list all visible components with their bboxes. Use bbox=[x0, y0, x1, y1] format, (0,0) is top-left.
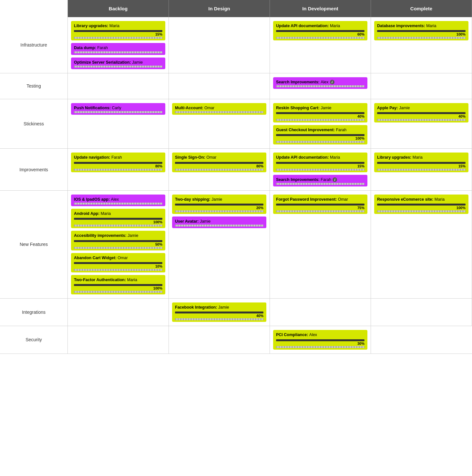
card[interactable]: Update API documentation: Maria60% bbox=[273, 21, 367, 40]
card[interactable]: Guest Checkout Improvement: Farah100% bbox=[273, 125, 367, 144]
card[interactable]: User Avatar: Jamie bbox=[172, 217, 266, 228]
cell-stickiness-col3: Apple Pay: Jamie40% bbox=[371, 99, 472, 149]
row-label-security: Security bbox=[0, 326, 68, 354]
progress-bar bbox=[74, 284, 162, 286]
texture-strip bbox=[276, 210, 364, 212]
card-title: Responsive eCommerce site: Maria bbox=[377, 197, 466, 202]
texture-strip bbox=[276, 169, 364, 171]
cell-integrations-col1: Facebook Integration: Jamie40% bbox=[169, 299, 270, 326]
progress-bar-fill bbox=[175, 312, 210, 313]
card-title: Data dump: Farah bbox=[74, 45, 162, 50]
card[interactable]: Reskin Shopping Cart: Jamie40% bbox=[273, 103, 367, 122]
progress-bar bbox=[74, 262, 162, 264]
card-assignee: Farah bbox=[111, 155, 122, 160]
row-label-infrastructure: Infrastructure bbox=[0, 17, 68, 73]
progress-bar bbox=[377, 204, 466, 206]
progress-label: 15% bbox=[276, 164, 364, 168]
card-assignee: Alex bbox=[111, 197, 119, 202]
card[interactable]: Multi-Account: Omar bbox=[172, 103, 266, 115]
card-title: Android App: Maria bbox=[74, 211, 162, 216]
card[interactable]: Search Improvements: Alexi bbox=[273, 77, 367, 89]
card[interactable]: PCI Compliance: Alex30% bbox=[273, 330, 367, 349]
card[interactable]: Library upgrades: Maria15% bbox=[374, 153, 468, 172]
card-title: Multi-Account: Omar bbox=[175, 105, 263, 111]
card-title: Update API documentation: Maria bbox=[276, 155, 364, 160]
progress-label: 100% bbox=[377, 206, 466, 210]
progress-bar-fill bbox=[276, 112, 312, 114]
progress-label: 80% bbox=[74, 164, 162, 168]
cell-infrastructure-col2: Update API documentation: Maria60% bbox=[270, 17, 371, 73]
texture-strip bbox=[74, 247, 162, 249]
cell-integrations-col3 bbox=[371, 299, 472, 326]
card-assignee: Omar bbox=[204, 106, 214, 110]
progress-bar-fill bbox=[276, 134, 364, 136]
card[interactable]: Optimize Server Serialization: Jamie bbox=[71, 58, 165, 69]
card-assignee: Omar bbox=[338, 197, 348, 202]
column-header-in-development: In Development bbox=[270, 0, 371, 17]
texture-strip bbox=[377, 210, 466, 212]
card-title: Forgot Password Improvement: Omar bbox=[276, 197, 364, 202]
progress-bar-fill bbox=[377, 162, 390, 164]
texture-strip bbox=[74, 66, 162, 68]
texture-strip bbox=[276, 346, 364, 348]
progress-bar-fill bbox=[377, 204, 466, 206]
card-assignee: Maria bbox=[109, 24, 119, 28]
card[interactable]: Apple Pay: Jamie40% bbox=[374, 103, 468, 122]
texture-strip bbox=[74, 37, 162, 39]
texture-strip bbox=[175, 318, 263, 320]
cell-improvements-col0: Update navigation: Farah80% bbox=[68, 149, 169, 191]
progress-label: 10% bbox=[74, 264, 162, 268]
card[interactable]: Abandon Cart Widget: Omar10% bbox=[71, 253, 165, 272]
column-header-in-design: In Design bbox=[169, 0, 270, 17]
card[interactable]: Library upgrades: Maria15% bbox=[71, 21, 165, 40]
card-title: Abandon Cart Widget: Omar bbox=[74, 255, 162, 260]
progress-bar bbox=[276, 339, 364, 341]
progress-bar-fill bbox=[175, 204, 193, 206]
progress-label: 60% bbox=[276, 32, 364, 36]
card-assignee: Alex bbox=[309, 333, 317, 337]
card[interactable]: Update API documentation: Maria15% bbox=[273, 153, 367, 172]
progress-bar-fill bbox=[276, 204, 343, 206]
progress-bar bbox=[377, 30, 466, 32]
card-title: Two-Factor Authentication: Maria bbox=[74, 277, 162, 282]
progress-bar-fill bbox=[276, 30, 329, 32]
card[interactable]: IOS & IpadOS app: Alex bbox=[71, 195, 165, 206]
card-assignee: Maria bbox=[435, 197, 445, 202]
progress-label: 40% bbox=[377, 114, 466, 118]
card[interactable]: Forgot Password Improvement: Omar75% bbox=[273, 195, 367, 214]
card-title: Optimize Server Serialization: Jamie bbox=[74, 60, 162, 65]
card-assignee: Farah bbox=[97, 46, 108, 50]
texture-strip bbox=[276, 183, 364, 185]
cell-infrastructure-col1 bbox=[169, 17, 270, 73]
card-assignee: Jamie bbox=[211, 197, 222, 202]
card[interactable]: Search Improvements: Farahi bbox=[273, 175, 367, 186]
progress-label: 80% bbox=[175, 164, 263, 168]
card[interactable]: Single Sign-On: Omar80% bbox=[172, 153, 266, 172]
card[interactable]: Accesibility improvements: Jamie50% bbox=[71, 231, 165, 250]
cell-new-features-col3: Responsive eCommerce site: Maria100% bbox=[371, 191, 472, 299]
card[interactable]: Facebook Integration: Jamie40% bbox=[172, 302, 266, 322]
card-title: Update navigation: Farah bbox=[74, 155, 162, 160]
progress-label: 100% bbox=[377, 32, 466, 36]
card[interactable]: Push Notifications: Carly bbox=[71, 103, 165, 115]
card-title: Push Notifications: Carly bbox=[74, 105, 162, 111]
kanban-board: BacklogIn DesignIn DevelopmentCompleteIn… bbox=[0, 0, 472, 354]
card-assignee: Maria bbox=[127, 278, 137, 282]
cell-improvements-col3: Library upgrades: Maria15% bbox=[371, 149, 472, 191]
progress-bar bbox=[276, 162, 364, 164]
progress-label: 30% bbox=[276, 342, 364, 345]
progress-label: 40% bbox=[276, 114, 364, 118]
texture-strip bbox=[175, 210, 263, 212]
card-title: Accesibility improvements: Jamie bbox=[74, 233, 162, 238]
card[interactable]: Update navigation: Farah80% bbox=[71, 153, 165, 172]
card[interactable]: Two-Factor Authentication: Maria100% bbox=[71, 275, 165, 294]
card[interactable]: Database improvements: Maria100% bbox=[374, 21, 468, 40]
card[interactable]: Android App: Maria100% bbox=[71, 209, 165, 228]
progress-label: 100% bbox=[74, 286, 162, 290]
cell-infrastructure-col3: Database improvements: Maria100% bbox=[371, 17, 472, 73]
card-title: Library upgrades: Maria bbox=[74, 23, 162, 28]
card[interactable]: Two-day shipping: Jamie20% bbox=[172, 195, 266, 214]
progress-bar bbox=[175, 162, 263, 164]
card[interactable]: Responsive eCommerce site: Maria100% bbox=[374, 195, 468, 214]
card[interactable]: Data dump: Farah bbox=[71, 43, 165, 55]
